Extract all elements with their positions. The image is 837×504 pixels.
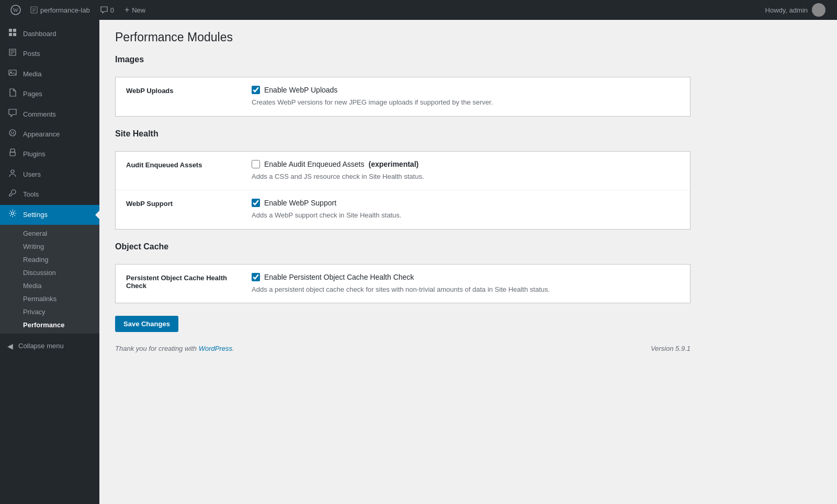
posts-icon (7, 48, 18, 60)
sidebar-item-media[interactable]: Media (0, 64, 99, 84)
plugins-icon (7, 148, 18, 160)
users-icon (7, 169, 18, 180)
admin-bar: W performance-lab 0 + New Howdy, admin (0, 0, 837, 20)
adminbar-new[interactable]: + New (119, 0, 151, 20)
sidebar-item-tools[interactable]: Tools (0, 185, 99, 204)
submenu-item-permalinks[interactable]: Permalinks (0, 292, 99, 305)
images-settings-table: WebP Uploads Enable WebP Uploads Creates… (115, 77, 691, 117)
svg-point-17 (13, 132, 14, 133)
version-text: Version 5.9.1 (651, 345, 691, 352)
appearance-icon (7, 129, 18, 140)
sidebar-item-users[interactable]: Users (0, 165, 99, 185)
webp-uploads-row: WebP Uploads Enable WebP Uploads Creates… (116, 77, 690, 116)
webp-uploads-checkbox-label[interactable]: Enable WebP Uploads (252, 86, 680, 94)
svg-rect-8 (9, 33, 12, 36)
webp-support-control: Enable WebP Support Adds a WebP support … (252, 199, 680, 221)
adminbar-site-name[interactable]: performance-lab (25, 0, 95, 20)
svg-rect-9 (13, 33, 16, 36)
sidebar-item-pages[interactable]: Pages (0, 84, 99, 104)
media-icon (7, 68, 18, 80)
collapse-menu[interactable]: ◀ Collapse menu (0, 338, 99, 354)
svg-point-21 (11, 170, 14, 173)
audit-enqueued-assets-desc: Adds a CSS and JS resource check in Site… (252, 171, 680, 182)
svg-rect-18 (10, 149, 15, 152)
sidebar-item-posts[interactable]: Posts (0, 44, 99, 64)
persistent-object-cache-checkbox[interactable] (252, 273, 260, 281)
submenu-item-general[interactable]: General (0, 227, 99, 240)
svg-rect-6 (9, 29, 12, 32)
audit-experimental-label: (experimental) (368, 160, 418, 168)
submenu-item-reading[interactable]: Reading (0, 253, 99, 266)
submenu-item-privacy[interactable]: Privacy (0, 305, 99, 318)
webp-uploads-control: Enable WebP Uploads Creates WebP version… (252, 86, 680, 108)
dashboard-icon (7, 28, 18, 40)
object-cache-section-title: Object Cache (115, 242, 821, 256)
poc-checkbox-label[interactable]: Enable Persistent Object Cache Health Ch… (252, 273, 680, 281)
wp-logo[interactable]: W (6, 0, 25, 20)
svg-rect-13 (9, 70, 16, 75)
audit-enqueued-assets-row: Audit Enqueued Assets Enable Audit Enque… (116, 152, 690, 191)
persistent-object-cache-row: Persistent Object Cache Health Check Ena… (116, 265, 690, 303)
adminbar-howdy[interactable]: Howdy, admin (760, 3, 831, 17)
main-content: Performance Modules Images WebP Uploads … (99, 20, 837, 504)
svg-point-16 (11, 132, 12, 133)
webp-uploads-checkbox[interactable] (252, 86, 260, 94)
avatar (812, 3, 825, 17)
sidebar-item-comments[interactable]: Comments (0, 105, 99, 124)
site-health-section-title: Site Health (115, 129, 821, 143)
submenu-item-discussion[interactable]: Discussion (0, 266, 99, 279)
footer-text: Thank you for creating with WordPress. (115, 345, 234, 352)
adminbar-right: Howdy, admin (760, 3, 831, 17)
webp-support-label: WebP Support (126, 199, 241, 208)
audit-enqueued-assets-control: Enable Audit Enqueued Assets (experiment… (252, 160, 680, 182)
webp-uploads-desc: Creates WebP versions for new JPEG image… (252, 97, 680, 108)
sidebar-item-appearance[interactable]: Appearance (0, 124, 99, 144)
adminbar-comments[interactable]: 0 (95, 0, 119, 20)
audit-enqueued-assets-checkbox[interactable] (252, 160, 260, 168)
webp-uploads-label: WebP Uploads (126, 86, 241, 95)
submenu-item-performance[interactable]: Performance (0, 318, 99, 331)
webp-support-checkbox[interactable] (252, 199, 260, 207)
poc-desc: Adds a persistent object cache check for… (252, 284, 680, 295)
save-changes-button[interactable]: Save Changes (115, 316, 178, 332)
sidebar: Dashboard Posts Media Pages Comments (0, 20, 99, 504)
audit-enqueued-assets-label: Audit Enqueued Assets (126, 160, 241, 169)
submenu-item-writing[interactable]: Writing (0, 240, 99, 253)
site-health-settings-table: Audit Enqueued Assets Enable Audit Enque… (115, 151, 691, 230)
webp-support-desc: Adds a WebP support check in Site Health… (252, 210, 680, 221)
webp-support-row: WebP Support Enable WebP Support Adds a … (116, 190, 690, 229)
page-title: Performance Modules (115, 30, 821, 44)
persistent-object-cache-label: Persistent Object Cache Health Check (126, 273, 241, 290)
wp-footer: Thank you for creating with WordPress. V… (115, 345, 691, 352)
tools-icon (7, 189, 18, 200)
svg-point-22 (12, 212, 14, 214)
persistent-object-cache-control: Enable Persistent Object Cache Health Ch… (252, 273, 680, 295)
svg-text:W: W (13, 7, 19, 13)
svg-rect-7 (13, 29, 16, 32)
settings-icon (7, 209, 18, 221)
images-section-title: Images (115, 55, 821, 68)
sidebar-item-settings[interactable]: Settings (0, 205, 99, 225)
settings-submenu: General Writing Reading Discussion Media… (0, 225, 99, 334)
pages-icon (7, 88, 18, 100)
object-cache-settings-table: Persistent Object Cache Health Check Ena… (115, 264, 691, 304)
audit-checkbox-label[interactable]: Enable Audit Enqueued Assets (experiment… (252, 160, 680, 168)
wp-layout: Dashboard Posts Media Pages Comments (0, 20, 837, 504)
webp-support-checkbox-label[interactable]: Enable WebP Support (252, 199, 680, 207)
collapse-icon: ◀ (7, 342, 13, 350)
svg-point-15 (9, 130, 16, 136)
sidebar-item-plugins[interactable]: Plugins (0, 144, 99, 164)
submenu-item-media[interactable]: Media (0, 279, 99, 292)
wordpress-link[interactable]: WordPress (199, 345, 232, 352)
sidebar-item-dashboard[interactable]: Dashboard (0, 24, 99, 44)
comments-icon (7, 109, 18, 120)
